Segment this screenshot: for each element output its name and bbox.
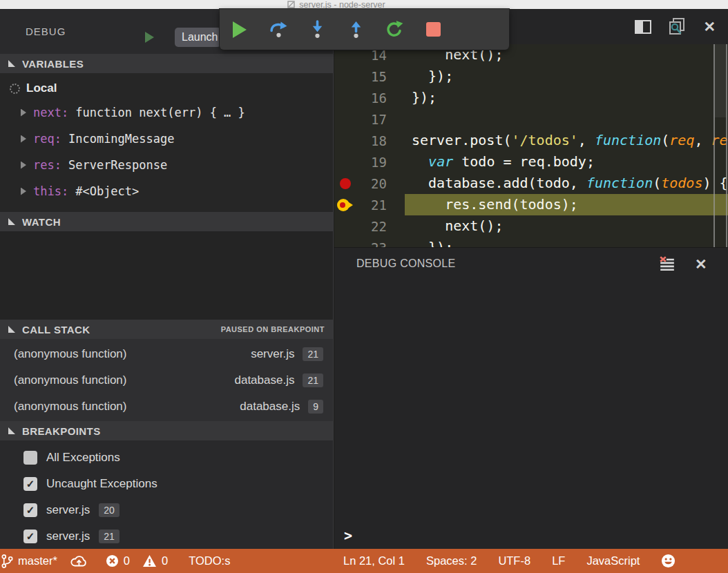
debug-panel-title: DEBUG xyxy=(26,26,66,37)
warnings-item[interactable]: 0 xyxy=(142,554,168,567)
code-text[interactable]: database.add(todo, function(todos) { xyxy=(405,173,728,194)
stack-frame-row[interactable]: (anonymous function) database.js 21 xyxy=(0,367,333,394)
breakpoint-row[interactable]: Uncaught Exceptions xyxy=(0,471,333,497)
gutter[interactable] xyxy=(337,113,358,126)
code-text[interactable]: next(); xyxy=(405,215,728,237)
watch-title: WATCH xyxy=(22,216,61,228)
step-out-icon xyxy=(347,20,365,39)
clear-console-icon[interactable] xyxy=(659,256,676,271)
close-console-icon[interactable]: ✕ xyxy=(695,257,707,271)
code-text[interactable]: }); xyxy=(405,237,728,247)
indentation[interactable]: Spaces: 2 xyxy=(426,554,477,567)
breakpoint-checkbox[interactable] xyxy=(23,503,37,517)
branch-name: master* xyxy=(18,554,57,567)
launch-config-dropdown[interactable]: Launch xyxy=(175,28,221,47)
sync-item[interactable] xyxy=(70,554,88,568)
frame-line-badge: 21 xyxy=(303,373,323,387)
expand-icon[interactable] xyxy=(21,162,26,169)
todo-item[interactable]: TODO:s xyxy=(189,554,230,567)
watch-section-header[interactable]: WATCH xyxy=(0,212,333,231)
step-out-button[interactable] xyxy=(346,16,365,43)
frame-file: server.js xyxy=(251,347,294,361)
gutter[interactable] xyxy=(337,220,358,233)
breakpoint-icon[interactable] xyxy=(337,177,358,191)
gutter[interactable] xyxy=(337,241,358,248)
scope-row[interactable]: Local xyxy=(0,77,333,99)
code-line[interactable]: 23 }); xyxy=(334,237,728,247)
code-text[interactable]: var todo = req.body; xyxy=(405,151,728,173)
errors-item[interactable]: 0 xyxy=(106,554,130,567)
code-line[interactable]: 18server.post('/todos', function(req, re… xyxy=(334,130,728,151)
step-into-button[interactable] xyxy=(307,16,327,43)
breakpoint-row[interactable]: All Exceptions xyxy=(0,445,333,471)
gutter[interactable] xyxy=(337,48,358,62)
encoding[interactable]: UTF-8 xyxy=(498,554,530,567)
code-line[interactable]: 16}); xyxy=(334,87,728,108)
breakpoint-row[interactable]: server.js 21 xyxy=(0,523,333,549)
window-title: server.js - node-server xyxy=(299,0,385,9)
gutter[interactable] xyxy=(337,134,358,148)
gutter[interactable] xyxy=(337,155,358,169)
debug-sidebar: DEBUG Launch VARIABLES Local next: funct… xyxy=(0,9,334,549)
variable-name: req: xyxy=(33,132,61,146)
editor-right-edge-line xyxy=(726,44,727,247)
gutter[interactable] xyxy=(337,70,358,84)
code-line[interactable]: 21 res.send(todos); xyxy=(334,194,728,215)
restart-button[interactable] xyxy=(385,16,404,43)
breakpoints-list: All Exceptions Uncaught Exceptions serve… xyxy=(0,440,333,549)
sync-icon xyxy=(70,554,88,568)
step-over-button[interactable] xyxy=(269,16,288,43)
code-line[interactable]: 17 xyxy=(334,108,728,130)
variable-row[interactable]: req: IncomingMessage xyxy=(0,126,333,152)
code-line[interactable]: 19 var todo = req.body; xyxy=(334,151,728,173)
breakpoints-section-header[interactable]: BREAKPOINTS xyxy=(0,421,333,440)
code-text[interactable]: server.post('/todos', function(req, res)… xyxy=(405,130,728,151)
breakpoint-checkbox[interactable] xyxy=(23,451,37,465)
variable-value: ServerResponse xyxy=(68,158,167,172)
code-text[interactable]: }); xyxy=(405,87,728,108)
code-text[interactable] xyxy=(405,108,728,130)
code-editor[interactable]: 14 next();15 });16});1718server.post('/t… xyxy=(334,44,728,247)
language-mode[interactable]: JavaScript xyxy=(586,554,640,567)
expand-icon[interactable] xyxy=(21,135,26,143)
code-line[interactable]: 22 next(); xyxy=(334,215,728,237)
expand-icon[interactable] xyxy=(21,188,26,195)
stack-frame-row[interactable]: (anonymous function) database.js 9 xyxy=(0,394,333,420)
code-text[interactable]: }); xyxy=(405,66,728,87)
variable-row[interactable]: res: ServerResponse xyxy=(0,152,333,178)
breakpoint-checkbox[interactable] xyxy=(23,530,37,543)
breakpoint-checkbox[interactable] xyxy=(23,477,37,491)
variable-row[interactable]: this: #<Object> xyxy=(0,178,333,204)
warning-count: 0 xyxy=(162,554,168,567)
breakpoint-row[interactable]: server.js 20 xyxy=(0,497,333,523)
call-stack-section-header[interactable]: CALL STACK PAUSED ON BREAKPOINT xyxy=(0,320,333,339)
code-text[interactable]: res.send(todos); xyxy=(405,194,728,215)
code-line[interactable]: 20 database.add(todo, function(todos) { xyxy=(334,173,728,194)
debug-console-title: DEBUG CONSOLE xyxy=(356,258,456,270)
variable-row[interactable]: next: function next(err) { … } xyxy=(0,99,333,126)
cursor-position[interactable]: Ln 21, Col 1 xyxy=(343,554,405,567)
paused-icon[interactable] xyxy=(337,198,358,212)
start-debug-icon[interactable] xyxy=(145,32,154,43)
expand-icon[interactable] xyxy=(21,109,26,117)
code-line[interactable]: 15 }); xyxy=(334,66,728,87)
smiley-icon[interactable] xyxy=(661,554,676,568)
continue-button[interactable] xyxy=(230,16,249,43)
line-number: 17 xyxy=(358,112,387,127)
stack-frame-row[interactable]: (anonymous function) server.js 21 xyxy=(0,341,333,367)
gutter[interactable] xyxy=(337,91,358,105)
split-editor-icon[interactable] xyxy=(635,20,651,34)
variables-section-header[interactable]: VARIABLES xyxy=(0,54,333,73)
git-branch-icon xyxy=(1,554,13,569)
close-editor-icon[interactable]: ✕ xyxy=(703,19,716,34)
git-branch-item[interactable]: master* xyxy=(1,554,57,569)
open-preview-icon[interactable] xyxy=(668,17,687,36)
stop-button[interactable] xyxy=(423,16,443,43)
eol-sequence[interactable]: LF xyxy=(552,554,565,567)
console-prompt[interactable]: > xyxy=(344,526,352,544)
breakpoint-line-badge: 21 xyxy=(99,530,119,543)
error-icon xyxy=(106,554,119,567)
call-stack-title: CALL STACK xyxy=(22,324,90,336)
variable-value: function next(err) { … } xyxy=(75,106,245,119)
scrollbar-thumb[interactable] xyxy=(715,44,726,117)
